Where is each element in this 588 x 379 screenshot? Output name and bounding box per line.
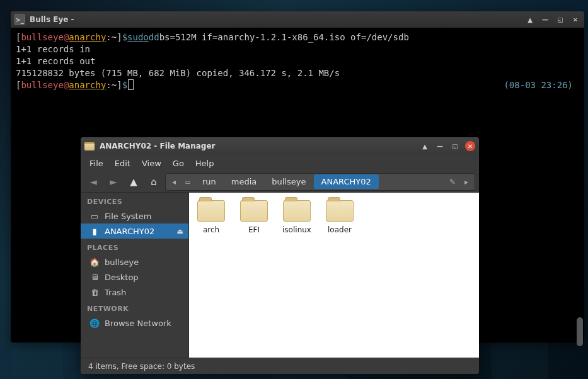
folder-label: arch: [194, 225, 228, 234]
path-segment-volume[interactable]: ANARCHY02: [314, 174, 379, 189]
minimize-icon[interactable]: —: [540, 14, 550, 25]
sidebar-item-label: Browse Network: [105, 319, 171, 328]
desktop-icon: 🖥: [89, 272, 100, 282]
up-icon[interactable]: ▲: [125, 174, 142, 190]
path-segment-media[interactable]: media: [224, 174, 265, 189]
home-icon[interactable]: ⌂: [145, 174, 163, 190]
folder-icon: [283, 200, 311, 222]
sidebar-item-trash[interactable]: 🗑 Trash: [81, 285, 188, 300]
usb-icon: ▮: [89, 226, 100, 236]
minimize-icon[interactable]: —: [435, 141, 445, 151]
back-icon[interactable]: ◄: [84, 174, 102, 190]
file-manager-title: ANARCHY02 - File Manager: [100, 142, 216, 150]
scrollbar[interactable]: [577, 28, 583, 342]
statusbar: 4 items, Free space: 0 bytes: [81, 358, 479, 374]
sidebar-item-label: Desktop: [105, 273, 139, 282]
up-button-icon[interactable]: ▲: [525, 14, 535, 25]
sidebar-item-label: bullseye: [105, 257, 139, 267]
terminal-output-line: 1+1 records out: [16, 55, 579, 67]
folder-efi[interactable]: EFI: [237, 200, 271, 234]
maximize-icon[interactable]: ◱: [555, 14, 565, 25]
path-segment-user[interactable]: bullseye: [264, 174, 313, 189]
sidebar-item-label: Trash: [105, 288, 126, 297]
maximize-icon[interactable]: ◱: [450, 141, 460, 151]
path-edit-icon[interactable]: ✎: [446, 178, 459, 186]
toolbar: ◄ ► ▲ ⌂ ◂ ▭ run media bullseye ANARCHY02…: [81, 171, 479, 193]
up-button-icon[interactable]: ▲: [420, 141, 430, 151]
terminal-timestamp: (08-03 23:26): [504, 79, 573, 91]
pathbar: ◂ ▭ run media bullseye ANARCHY02 ✎ ▸: [165, 173, 475, 191]
path-device-icon[interactable]: ▭: [181, 178, 195, 186]
folder-loader[interactable]: loader: [323, 200, 357, 234]
forward-icon[interactable]: ►: [105, 174, 122, 190]
sidebar: DEVICES ▭ File System ▮ ANARCHY02 ⏏ PLAC…: [81, 193, 189, 358]
eject-icon[interactable]: ⏏: [177, 227, 183, 235]
path-segment-run[interactable]: run: [195, 174, 224, 189]
file-manager-titlebar[interactable]: ANARCHY02 - File Manager ▲ — ◱ ✕: [81, 137, 479, 155]
network-icon: 🌐: [89, 318, 100, 328]
sidebar-header-devices: DEVICES: [81, 193, 188, 208]
folder-view[interactable]: arch EFI isolinux loader: [189, 193, 479, 358]
path-forward-icon[interactable]: ▸: [459, 178, 473, 186]
trash-icon: 🗑: [89, 287, 100, 297]
folder-label: EFI: [237, 225, 271, 234]
sidebar-item-label: ANARCHY02: [105, 227, 154, 236]
menu-help[interactable]: Help: [190, 157, 219, 170]
sidebar-item-home[interactable]: 🏠 bullseye: [81, 254, 188, 269]
sidebar-header-network: NETWORK: [81, 300, 188, 315]
close-icon[interactable]: ✕: [465, 141, 475, 151]
terminal-title: Bulls Eye -: [30, 15, 74, 24]
folder-icon: [197, 200, 225, 222]
sidebar-item-browse-network[interactable]: 🌐 Browse Network: [81, 315, 188, 331]
sidebar-item-anarchy02[interactable]: ▮ ANARCHY02 ⏏: [81, 223, 188, 239]
terminal-icon: >_: [14, 14, 25, 25]
scrollbar-thumb[interactable]: [577, 317, 583, 346]
terminal-output-line: 715128832 bytes (715 MB, 682 MiB) copied…: [16, 67, 579, 79]
cmd-sudo: sudo: [127, 31, 149, 43]
folder-label: isolinux: [280, 225, 314, 234]
drive-icon: ▭: [89, 211, 100, 221]
menu-file[interactable]: File: [84, 157, 108, 170]
sidebar-item-filesystem[interactable]: ▭ File System: [81, 208, 188, 223]
folder-arch[interactable]: arch: [194, 200, 228, 234]
folder-icon: [326, 200, 354, 222]
cmd-dd: dd: [149, 31, 159, 43]
terminal-titlebar[interactable]: >_ Bulls Eye - ▲ — ◱ ✕: [11, 11, 584, 28]
path-back-icon[interactable]: ◂: [167, 178, 181, 186]
folder-label: loader: [323, 225, 357, 234]
file-manager-window: ANARCHY02 - File Manager ▲ — ◱ ✕ File Ed…: [81, 137, 479, 374]
sidebar-header-places: PLACES: [81, 239, 188, 254]
cursor: [128, 79, 134, 90]
sidebar-item-desktop[interactable]: 🖥 Desktop: [81, 269, 188, 285]
folder-icon: [84, 142, 95, 150]
prompt-path: ~: [112, 31, 117, 43]
menubar: File Edit View Go Help: [81, 155, 479, 171]
menu-go[interactable]: Go: [168, 157, 189, 170]
folder-icon: [240, 200, 268, 222]
folder-isolinux[interactable]: isolinux: [280, 200, 314, 234]
menu-view[interactable]: View: [137, 157, 166, 170]
status-text: 4 items, Free space: 0 bytes: [88, 362, 195, 371]
sidebar-item-label: File System: [105, 212, 151, 221]
terminal-output-line: 1+1 records in: [16, 43, 579, 55]
cmd-args: bs=512M if=anarchy-1.2.1-x86_64.iso of=/…: [159, 31, 409, 43]
home-icon: 🏠: [89, 257, 100, 267]
menu-edit[interactable]: Edit: [110, 157, 135, 170]
prompt-host: anarchy: [69, 31, 106, 43]
prompt-user: bullseye: [21, 31, 63, 43]
close-icon[interactable]: ✕: [570, 14, 580, 25]
